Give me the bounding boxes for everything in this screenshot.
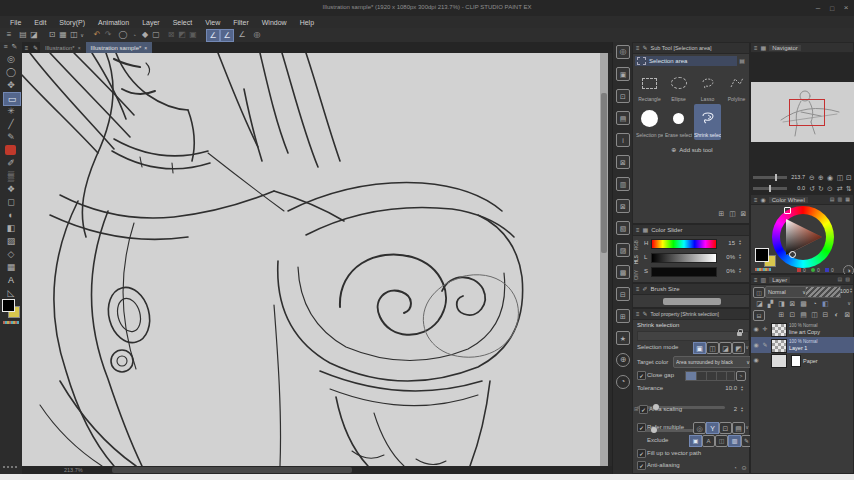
target-color-dropdown[interactable]: Area surrounded by black ∨ <box>673 356 753 368</box>
line-correction-tool-icon[interactable]: ◺ <box>3 287 19 299</box>
zoom-in-icon[interactable]: ⊕ <box>817 173 825 181</box>
toolbar-save-icon[interactable]: ⊡ <box>47 30 57 40</box>
subtool-ellipse-icon[interactable] <box>665 71 692 95</box>
selection-mode-new-icon[interactable]: ▣ <box>693 342 706 354</box>
panel-menu-icon[interactable]: ≡ <box>754 277 758 283</box>
saturation-spinner[interactable]: ▴▾ <box>739 267 741 273</box>
zoom-out-icon[interactable]: ⊖ <box>808 173 816 181</box>
opacity-slider[interactable] <box>805 286 841 298</box>
panel-menu-icon[interactable]: ≡ <box>754 197 758 203</box>
eyedropper-tool-icon[interactable]: ╱ <box>3 118 19 130</box>
auto-select-tool-icon[interactable]: ✳ <box>3 105 19 117</box>
toolbar-clear-icon[interactable]: ▢ <box>151 30 161 40</box>
dock-tool-icon[interactable]: ⊡ <box>616 89 630 103</box>
dock-search-layer-icon[interactable]: ▧ <box>616 221 630 235</box>
vertical-scroll-thumb[interactable] <box>601 93 607 253</box>
exclude-paper-icon[interactable]: ▥ <box>728 435 741 447</box>
layer-thumbnail[interactable] <box>771 339 787 353</box>
saturation-slider[interactable] <box>651 267 717 277</box>
dock-quick-access-icon[interactable]: ◎ <box>616 45 630 59</box>
gradient-tool-icon[interactable]: ▨ <box>3 235 19 247</box>
zoom-100-icon[interactable]: ◫ <box>836 173 844 181</box>
subtool-list-mode-icon[interactable]: ▤ <box>737 57 747 65</box>
layer-ruler-icon[interactable]: ◧ <box>821 299 830 308</box>
exclude-text-icon[interactable]: A <box>702 435 715 447</box>
toolbar-snap-ruler-icon[interactable]: ∠ <box>206 29 220 42</box>
dock-add-round-icon[interactable]: ⊕ <box>616 353 630 367</box>
fill-vector-checkbox[interactable]: ✓ <box>637 449 646 458</box>
canvas-viewport[interactable] <box>22 53 600 466</box>
tab-close-icon[interactable]: × <box>144 45 147 51</box>
fill-tool-icon[interactable]: ◧ <box>3 222 19 234</box>
selection-mode-add-icon[interactable]: ◫ <box>706 342 719 354</box>
subtool-polyline-icon[interactable] <box>723 71 750 95</box>
opacity-spinner[interactable]: ▴▾ <box>850 287 852 293</box>
canvas-vertical-scrollbar[interactable] <box>600 53 608 466</box>
dock-favorites-icon[interactable]: ★ <box>616 331 630 345</box>
subtool-rectangle-icon[interactable] <box>636 71 663 95</box>
dock-clock-round-icon[interactable]: ◔ <box>616 375 630 389</box>
marker-tool-icon[interactable] <box>5 145 16 155</box>
refer-reference-layer-icon[interactable]: Y <box>706 422 719 434</box>
hue-ring-cursor[interactable] <box>784 207 791 214</box>
wheel-main-color-swatch[interactable] <box>755 248 769 262</box>
menu-filter[interactable]: Filter <box>233 19 249 26</box>
zoom-window-icon[interactable]: ⊡ <box>845 173 853 181</box>
move-tool-icon[interactable]: ✥ <box>3 79 19 91</box>
zoom-tool-icon[interactable]: ◎ <box>3 53 19 65</box>
blend-mode-icon[interactable]: ◫ <box>753 287 765 298</box>
decoration-tool-icon[interactable]: ❖ <box>3 183 19 195</box>
toolbar-export-icon[interactable]: ◫ <box>69 30 79 40</box>
toolbar-dropdown-icon[interactable]: ∨ <box>79 30 85 40</box>
toolbar-scale-icon[interactable]: ◩ <box>177 30 187 40</box>
layer-tab2-icon[interactable]: ▤ <box>838 277 843 282</box>
subtool-selection-pen-icon[interactable] <box>636 105 663 131</box>
close-gap-segment-bar[interactable] <box>685 371 735 381</box>
toolbar-open-icon[interactable]: ▦ <box>58 30 68 40</box>
panel-menu-icon[interactable]: ≡ <box>636 227 640 233</box>
rotate-reset-icon[interactable]: ⊙ <box>826 184 834 192</box>
layer-mask-icon[interactable]: ◔ <box>810 299 819 308</box>
horizontal-scroll-thumb[interactable] <box>112 467 352 473</box>
subtool-delete-icon[interactable]: ⊠ <box>739 209 748 218</box>
frame-border-tool-icon[interactable]: ▦ <box>3 261 19 273</box>
layer-row-layer1-selected[interactable]: ◉ ✎ 100 % Normal Layer 1 <box>751 337 854 353</box>
menu-window[interactable]: Window <box>262 19 287 26</box>
pen-tool-icon[interactable]: ✎ <box>3 131 19 143</box>
slider-tab-rgb[interactable]: RGB <box>634 238 642 252</box>
close-gap-checkbox[interactable]: ✓ <box>637 371 646 380</box>
dock-material-icon[interactable]: ▤ <box>616 111 630 125</box>
lightness-slider[interactable] <box>651 253 717 263</box>
refer-all-layers-icon[interactable]: ◎ <box>693 422 706 434</box>
dock-animation-icon[interactable]: ▨ <box>616 243 630 257</box>
subtool-lasso-icon[interactable] <box>694 71 721 95</box>
menu-help[interactable]: Help <box>300 19 314 26</box>
canvas-artwork[interactable] <box>22 53 600 466</box>
hue-spinner[interactable]: ▴▾ <box>739 239 741 245</box>
layer-thumbnail[interactable] <box>771 323 787 337</box>
palette-menu-icon[interactable]: ≡ <box>1 42 10 51</box>
menu-animation[interactable]: Animation <box>98 19 129 26</box>
refer-selected-layer-icon[interactable]: ⊡ <box>719 422 732 434</box>
new-folder-icon[interactable]: ▤ <box>799 310 808 319</box>
layer-name[interactable]: Paper <box>803 358 818 364</box>
color-wheel-tab3-icon[interactable]: ▦ <box>845 197 850 202</box>
blend-mode-dropdown[interactable]: Normal ∨ <box>765 286 809 298</box>
canvas-pane-menu-icon[interactable]: ≡ <box>22 43 31 52</box>
dock-history-icon[interactable]: ⊠ <box>616 155 630 169</box>
layer-lock-transparent-icon[interactable]: ▩ <box>799 299 808 308</box>
toolbar-redo-icon[interactable]: ↷ <box>103 30 113 40</box>
area-scaling-checkbox[interactable]: ✓ <box>639 405 648 414</box>
navigator-view-rect[interactable] <box>789 99 825 126</box>
navigator-preview[interactable] <box>751 82 854 142</box>
dock-subtool-icon[interactable]: ▣ <box>616 67 630 81</box>
lightness-spinner[interactable]: ▴▾ <box>739 253 741 259</box>
dock-import-icon[interactable]: ⊞ <box>616 309 630 323</box>
layer-draft-icon[interactable]: ◨ <box>777 299 786 308</box>
property-reset-icon[interactable]: ◔ <box>731 464 739 472</box>
toolbar-snap-special-icon[interactable]: ∠ <box>220 29 234 42</box>
visibility-eye-icon[interactable]: ◉ <box>752 325 760 333</box>
color-wheel-tab1-icon[interactable]: ▤ <box>830 197 835 202</box>
delete-layer-icon[interactable]: ⊠ <box>843 310 852 319</box>
anti-aliasing-checkbox[interactable]: ✓ <box>637 461 646 470</box>
